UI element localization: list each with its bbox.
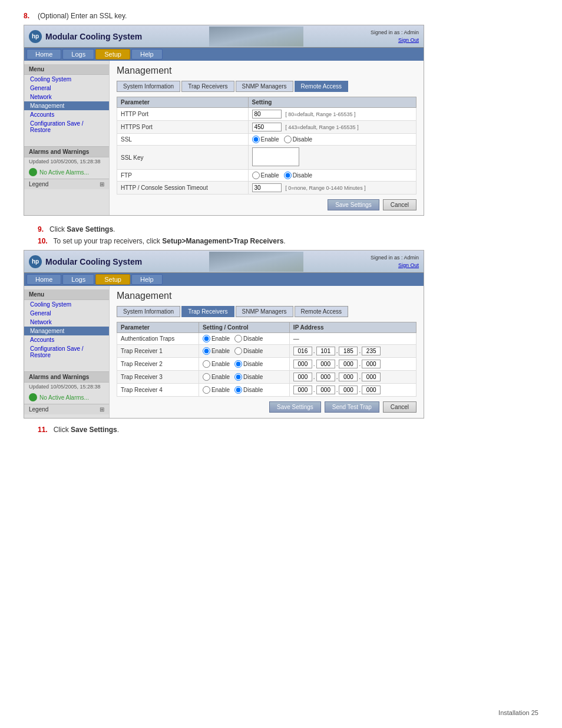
tab-remote-access-2[interactable]: Remote Access <box>295 306 348 317</box>
ip3-octet1[interactable] <box>293 373 312 381</box>
input-http-port[interactable] <box>252 110 282 118</box>
ip3-octet2[interactable] <box>316 373 335 381</box>
sidebar-item-general-1[interactable]: General <box>24 84 109 93</box>
sidebar-item-network-2[interactable]: Network <box>24 318 109 327</box>
trap2-disable-radio[interactable] <box>234 360 242 368</box>
ip3-octet3[interactable] <box>339 373 358 381</box>
trap3-enable-label[interactable]: Enable <box>203 373 230 381</box>
auth-disable-label[interactable]: Disable <box>234 335 263 342</box>
input-ssl-key[interactable] <box>252 147 299 166</box>
sidebar-item-management-1[interactable]: Management <box>24 101 109 110</box>
ip2-octet2[interactable] <box>316 360 335 368</box>
ip2-octet3[interactable] <box>339 360 358 368</box>
sidebar-item-management-2[interactable]: Management <box>24 327 109 335</box>
tab-system-info-2[interactable]: System Information <box>117 306 180 317</box>
trap2-disable-label[interactable]: Disable <box>234 360 263 368</box>
save-settings-btn-1[interactable]: Save Settings <box>328 199 379 210</box>
trap2-enable-radio[interactable] <box>203 360 210 368</box>
sidebar-item-cooling-2[interactable]: Cooling System <box>24 300 109 309</box>
row-ssl-key: SSL Key <box>117 146 416 170</box>
cancel-btn-1[interactable]: Cancel <box>383 199 416 210</box>
step-11-container: 11. Click Save Settings. <box>38 426 538 434</box>
nav-help-1[interactable]: Help <box>131 49 163 60</box>
auth-disable-radio[interactable] <box>234 335 242 342</box>
auth-traps-radio-group: Enable Disable <box>203 335 286 342</box>
param-session-timeout: HTTP / Console Session Timeout <box>117 182 249 195</box>
auth-enable-label[interactable]: Enable <box>203 335 230 342</box>
nav-setup-1[interactable]: Setup <box>95 49 130 60</box>
ssl-disable-label[interactable]: Disable <box>284 136 312 143</box>
ip1-octet1[interactable] <box>293 347 312 355</box>
ftp-enable-label[interactable]: Enable <box>252 172 279 179</box>
trap4-enable-radio[interactable] <box>203 386 210 394</box>
send-test-trap-btn[interactable]: Send Test Trap <box>325 401 379 413</box>
sidebar-item-config-2[interactable]: Configuration Save / Restore <box>24 344 109 360</box>
trap1-disable-radio[interactable] <box>234 347 242 355</box>
ip2-octet4[interactable] <box>362 360 381 368</box>
tab-snmp-managers-2[interactable]: SNMP Managers <box>236 306 293 317</box>
ip1-octet4[interactable] <box>362 347 381 355</box>
trap4-disable-radio[interactable] <box>234 386 242 394</box>
sidebar-item-config-1[interactable]: Configuration Save / Restore <box>24 119 109 134</box>
ip4-octet1[interactable] <box>293 386 312 394</box>
ftp-enable-radio[interactable] <box>252 172 260 179</box>
hint-session-timeout: [ 0=none, Range 0-1440 Minutes ] <box>285 185 365 191</box>
ip4-octet4[interactable] <box>362 386 381 394</box>
ip4-octet3[interactable] <box>339 386 358 394</box>
legend-expand-icon-2[interactable]: ⊞ <box>100 406 104 413</box>
trap1-enable-label[interactable]: Enable <box>203 347 230 355</box>
tab-system-info-1[interactable]: System Information <box>117 81 180 92</box>
ip2-octet1[interactable] <box>293 360 312 368</box>
nav-help-2[interactable]: Help <box>131 274 163 285</box>
trap3-enable-radio[interactable] <box>203 373 210 381</box>
trap2-enable-label[interactable]: Enable <box>203 360 230 368</box>
input-https-port[interactable] <box>252 123 282 131</box>
trap4-radio-group: Enable Disable <box>203 386 286 394</box>
step-9-number: 9. <box>38 225 44 233</box>
sidebar-item-general-2[interactable]: General <box>24 309 109 318</box>
trap4-enable-label[interactable]: Enable <box>203 386 230 394</box>
tab-trap-receivers-2[interactable]: Trap Receivers <box>181 306 234 317</box>
trap4-disable-label[interactable]: Disable <box>234 386 263 394</box>
ip4-octet2[interactable] <box>316 386 335 394</box>
ip3-octet4[interactable] <box>362 373 381 381</box>
sidebar-item-accounts-1[interactable]: Accounts <box>24 110 109 119</box>
sidebar-no-alarms-1: No Active Alarms... <box>24 166 109 179</box>
trap3-disable-label[interactable]: Disable <box>234 373 263 381</box>
sidebar-item-cooling-1[interactable]: Cooling System <box>24 75 109 84</box>
nav-home-2[interactable]: Home <box>27 274 61 285</box>
auth-enable-radio[interactable] <box>203 335 210 342</box>
tab-remote-access-1[interactable]: Remote Access <box>295 81 348 92</box>
nav-setup-2[interactable]: Setup <box>95 274 130 285</box>
step-8-number: 8. <box>24 12 33 20</box>
btn-row-2: Save Settings Send Test Trap Cancel <box>117 401 416 413</box>
cancel-btn-2[interactable]: Cancel <box>383 401 416 413</box>
no-alarms-icon-2 <box>29 393 37 401</box>
ftp-disable-label[interactable]: Disable <box>284 172 312 179</box>
row-auth-traps: Authentication Traps Enable Disable — <box>117 333 416 345</box>
sign-out-link-1[interactable]: Sign Out <box>371 37 419 44</box>
ip1-octet2[interactable] <box>316 347 335 355</box>
trap1-disable-label[interactable]: Disable <box>234 347 263 355</box>
ip1-octet3[interactable] <box>339 347 358 355</box>
setting-https-port: [ 443=default, Range 1-65535 ] <box>248 121 416 134</box>
tab-trap-receivers-1[interactable]: Trap Receivers <box>181 81 234 92</box>
input-session-timeout[interactable] <box>252 183 282 192</box>
ip-auth-traps: — <box>289 333 416 345</box>
trap3-disable-radio[interactable] <box>234 373 242 381</box>
nav-logs-2[interactable]: Logs <box>62 274 94 285</box>
legend-expand-icon-1[interactable]: ⊞ <box>100 181 104 187</box>
sign-out-link-2[interactable]: Sign Out <box>371 262 419 269</box>
app-header-left-2: hp Modular Cooling System <box>29 255 142 268</box>
trap1-enable-radio[interactable] <box>203 347 210 355</box>
tab-snmp-managers-1[interactable]: SNMP Managers <box>236 81 293 92</box>
sidebar-item-accounts-2[interactable]: Accounts <box>24 335 109 344</box>
ftp-disable-radio[interactable] <box>284 172 292 179</box>
ssl-enable-radio[interactable] <box>252 136 260 143</box>
nav-logs-1[interactable]: Logs <box>62 49 94 60</box>
ssl-disable-radio[interactable] <box>284 136 292 143</box>
sidebar-item-network-1[interactable]: Network <box>24 93 109 101</box>
nav-home-1[interactable]: Home <box>27 49 61 60</box>
ssl-enable-label[interactable]: Enable <box>252 136 279 143</box>
save-settings-btn-2[interactable]: Save Settings <box>269 401 321 413</box>
